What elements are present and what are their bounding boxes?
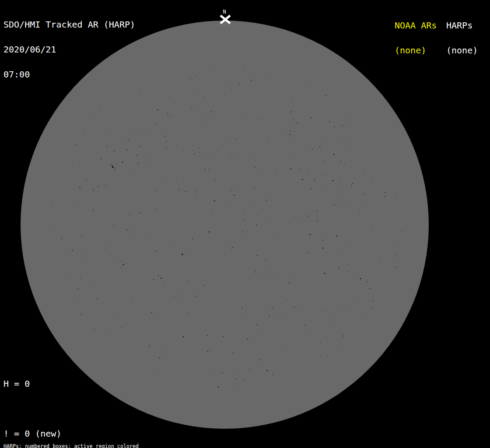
page-title: SDO/HMI Tracked AR (HARP) — [4, 21, 135, 29]
date-label: 2020/06/21 — [4, 46, 135, 54]
harps-status: HARPs (none) — [446, 5, 478, 71]
noaa-ars-value: (none) — [395, 46, 437, 55]
harps-label: HARPs — [446, 21, 478, 30]
harp-viewer-screen: SDO/HMI Tracked AR (HARP) 2020/06/21 07:… — [0, 0, 490, 448]
footer-harps-note: HARPs: numbered boxes; active region col… — [4, 444, 182, 448]
noaa-ars-label: NOAA ARs — [395, 21, 437, 30]
noaa-ars-status: NOAA ARs (none) — [395, 5, 437, 71]
harps-value: (none) — [446, 46, 478, 55]
time-label: 07:00 — [4, 70, 135, 79]
header: SDO/HMI Tracked AR (HARP) 2020/06/21 07:… — [4, 4, 135, 95]
north-label: N — [220, 9, 229, 14]
harp-count-line: H = 0 — [4, 380, 104, 388]
footer-notes: HARPs: numbered boxes; active region col… — [4, 433, 182, 448]
